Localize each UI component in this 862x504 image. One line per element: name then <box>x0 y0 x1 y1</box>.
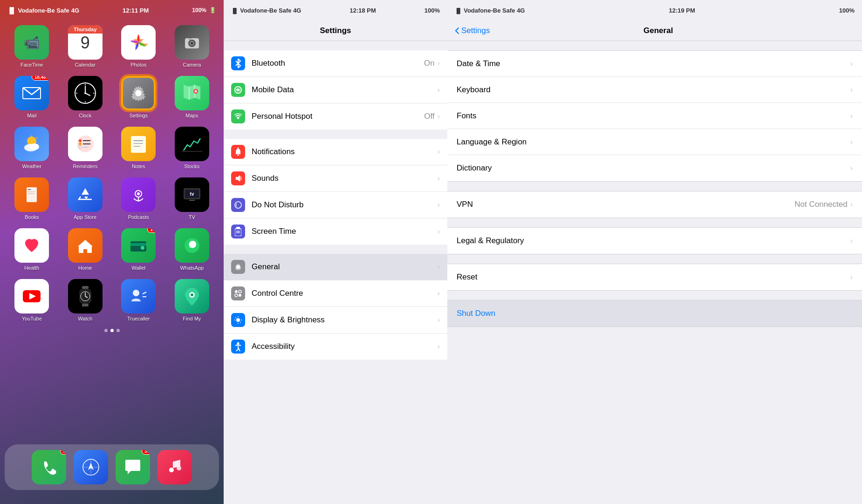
app-calendar[interactable]: Thursday 9 Calendar <box>61 25 110 68</box>
app-stocks[interactable]: Stocks <box>168 127 217 169</box>
battery-icon: 🔋 <box>209 7 216 14</box>
general-row-keyboard[interactable]: Keyboard › <box>447 77 862 103</box>
bluetooth-chevron: › <box>438 59 440 68</box>
general-row-vpn[interactable]: VPN Not Connected › <box>447 191 862 218</box>
general-row-datetime[interactable]: Date & Time › <box>447 51 862 77</box>
carrier-info: ▐▌ Vodafone-Be Safe 4G <box>7 7 79 14</box>
settings-row-screentime[interactable]: Screen Time › <box>224 218 447 245</box>
signal-icon-s: ▐▌ <box>231 8 239 14</box>
controlcentre-label: Control Centre <box>252 289 438 298</box>
settings-notif-group: Notifications › Sounds › <box>224 139 447 245</box>
settings-row-mobiledata[interactable]: Mobile Data › <box>224 77 447 103</box>
home-label: Home <box>78 265 92 271</box>
bluetooth-label: Bluetooth <box>252 59 424 68</box>
whatsapp-label: WhatsApp <box>180 265 204 271</box>
app-books[interactable]: Books <box>7 177 56 220</box>
general-row-fonts[interactable]: Fonts › <box>447 103 862 129</box>
svg-rect-45 <box>27 193 34 194</box>
app-facetime[interactable]: 📹 FaceTime <box>7 25 56 68</box>
facetime-icon: 📹 <box>14 25 49 60</box>
general-carrier: ▐▌ Vodafone-Be Safe 4G <box>455 7 525 14</box>
app-home[interactable]: Home <box>61 228 110 271</box>
svg-line-96 <box>240 322 240 322</box>
settings-row-sounds[interactable]: Sounds › <box>224 165 447 192</box>
app-photos[interactable]: Photos <box>114 25 163 68</box>
general-row-shutdown[interactable]: Shut Down <box>447 300 862 327</box>
general-group-2: VPN Not Connected › <box>447 191 862 218</box>
svg-point-70 <box>191 293 193 296</box>
general-row-language[interactable]: Language & Region › <box>447 129 862 155</box>
reminders-icon <box>68 127 103 161</box>
back-button[interactable]: Settings <box>455 26 490 35</box>
general-group-3: Legal & Regulatory › <box>447 227 862 254</box>
general-group-1: Date & Time › Keyboard › Fonts › Languag… <box>447 50 862 182</box>
dock-phone[interactable]: 1 <box>32 450 66 484</box>
app-whatsapp[interactable]: WhatsApp <box>168 228 217 271</box>
mail-badge: 18,487 <box>32 76 49 81</box>
settings-row-general[interactable]: General › <box>224 254 447 280</box>
settings-carrier: ▐▌ Vodafone-Be Safe 4G <box>231 7 301 14</box>
app-appstore[interactable]: App Store <box>61 177 110 220</box>
status-bar-general: ▐▌ Vodafone-Be Safe 4G 12:19 PM 100% <box>447 0 862 20</box>
dock-safari[interactable] <box>74 450 108 484</box>
svg-point-78 <box>237 117 239 119</box>
general-time: 12:19 PM <box>669 7 695 14</box>
app-wallet[interactable]: 14 Wallet <box>114 228 163 271</box>
app-mail[interactable]: 18,487 Mail <box>7 76 56 118</box>
app-reminders[interactable]: Reminders <box>61 127 110 169</box>
notes-icon <box>121 127 156 161</box>
settings-row-accessibility[interactable]: Accessibility › <box>224 334 447 360</box>
dock-messages[interactable]: 37 <box>116 450 150 484</box>
svg-rect-43 <box>27 189 31 190</box>
app-podcasts[interactable]: Podcasts <box>114 177 163 220</box>
hotspot-icon <box>231 109 245 123</box>
app-clock[interactable]: Clock <box>61 76 110 118</box>
svg-rect-54 <box>130 241 146 252</box>
general-row-dictionary[interactable]: Dictionary › <box>447 155 862 181</box>
app-truecaller[interactable]: Truecaller <box>114 279 163 321</box>
bluetooth-value: On <box>424 59 435 68</box>
page-dots <box>0 329 224 332</box>
svg-rect-7 <box>22 86 41 100</box>
svg-point-88 <box>235 294 238 297</box>
page-dot-2 <box>110 329 114 332</box>
app-findmy[interactable]: Find My <box>168 279 217 321</box>
display-label: Display & Brightness <box>252 315 438 325</box>
carrier-name: Vodafone-Be Safe <box>18 7 69 14</box>
settings-row-controlcentre[interactable]: Control Centre › <box>224 280 447 307</box>
settings-row-display[interactable]: Display & Brightness › <box>224 307 447 334</box>
maps-icon <box>175 76 209 110</box>
settings-navbar: Settings <box>224 20 447 41</box>
sounds-label: Sounds <box>252 174 438 183</box>
settings-row-dnd[interactable]: Do Not Disturb › <box>224 192 447 218</box>
settings-row-hotspot[interactable]: Personal Hotspot Off › <box>224 103 447 129</box>
dock-music[interactable] <box>157 450 192 484</box>
vpn-label: VPN <box>457 200 794 209</box>
app-weather[interactable]: Weather <box>7 127 56 169</box>
app-watch[interactable]: Watch <box>61 279 110 321</box>
svg-point-47 <box>137 192 140 195</box>
stocks-icon <box>175 127 209 161</box>
settings-screen: ▐▌ Vodafone-Be Safe 4G 12:18 PM 100% Set… <box>224 0 447 504</box>
dictionary-label: Dictionary <box>457 163 850 173</box>
sounds-icon <box>231 171 245 185</box>
svg-point-86 <box>235 290 238 293</box>
app-tv[interactable]: tv TV <box>168 177 217 220</box>
app-camera[interactable]: Camera <box>168 25 217 68</box>
app-maps[interactable]: Maps <box>168 76 217 118</box>
settings-row-bluetooth[interactable]: Bluetooth On › <box>224 50 447 77</box>
settings-row-notifications[interactable]: Notifications › <box>224 139 447 165</box>
controlcentre-icon <box>231 286 245 300</box>
notifications-label: Notifications <box>252 147 438 157</box>
accessibility-label: Accessibility <box>252 342 438 351</box>
app-settings[interactable]: Settings <box>114 76 163 118</box>
general-label: General <box>252 262 438 272</box>
app-health[interactable]: Health <box>7 228 56 271</box>
hotspot-label: Personal Hotspot <box>252 112 424 121</box>
app-notes[interactable]: Notes <box>114 127 163 169</box>
general-row-legal[interactable]: Legal & Regulatory › <box>447 228 862 254</box>
svg-text:tv: tv <box>190 191 194 197</box>
app-youtube[interactable]: YouTube <box>7 279 56 321</box>
general-row-reset[interactable]: Reset › <box>447 264 862 290</box>
camera-label: Camera <box>183 62 201 68</box>
